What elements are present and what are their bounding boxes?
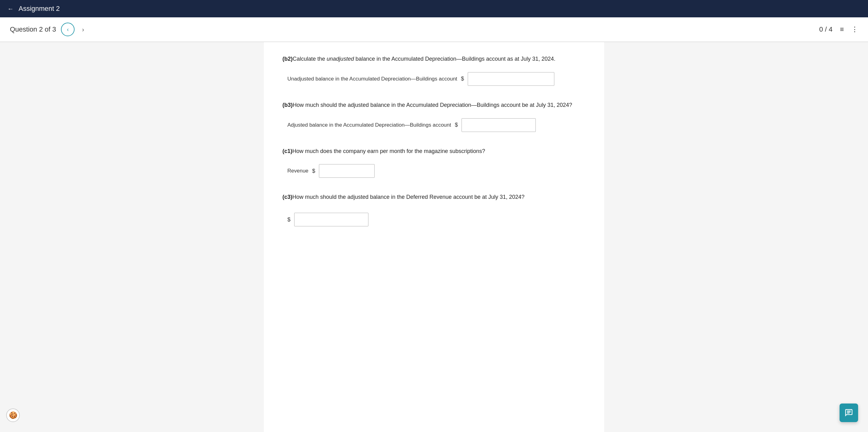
question-b3-text: (b3)How much should the adjusted balance… — [282, 100, 586, 110]
b3-label: (b3) — [282, 102, 292, 108]
c3-answer-row: $ — [282, 210, 586, 226]
b3-answer-row: Adjusted balance in the Accumulated Depr… — [282, 118, 586, 132]
section-c3: (c3)How much should the adjusted balance… — [282, 193, 586, 226]
next-question-button[interactable]: › — [80, 25, 87, 34]
question-nav-left: Question 2 of 3 ‹ › — [10, 23, 87, 36]
main-content: (b2)Calculate the unadjusted balance in … — [264, 42, 604, 432]
b2-answer-input[interactable] — [468, 72, 554, 86]
list-icon[interactable]: ≡ — [840, 25, 844, 33]
c1-dollar-sign: $ — [312, 168, 315, 174]
cookie-button[interactable]: 🍪 — [6, 408, 20, 422]
question-nav-right: 0 / 4 ≡ ⋮ — [819, 25, 858, 33]
c3-dollar-sign: $ — [287, 217, 290, 223]
c1-answer-row: Revenue $ — [282, 164, 586, 178]
score-display: 0 / 4 — [819, 25, 832, 33]
c3-label: (c3) — [282, 194, 292, 200]
section-b3: (b3)How much should the adjusted balance… — [282, 100, 586, 132]
top-navigation: ← Assignment 2 — [0, 0, 868, 17]
section-b2: (b2)Calculate the unadjusted balance in … — [282, 55, 586, 86]
b2-label: (b2) — [282, 56, 292, 62]
b3-answer-label: Adjusted balance in the Accumulated Depr… — [287, 122, 451, 128]
chat-icon — [844, 408, 853, 417]
question-label: Question 2 of 3 — [10, 25, 56, 33]
c3-text: How much should the adjusted balance in … — [292, 194, 525, 200]
b3-answer-input[interactable] — [462, 118, 536, 132]
more-options-icon[interactable]: ⋮ — [851, 25, 858, 33]
b2-text-before: Calculate the — [292, 56, 327, 62]
cookie-icon: 🍪 — [9, 411, 17, 419]
question-c3-text: (c3)How much should the adjusted balance… — [282, 193, 586, 202]
back-button[interactable]: ← — [7, 5, 13, 12]
question-b2-text: (b2)Calculate the unadjusted balance in … — [282, 55, 586, 63]
chat-button[interactable] — [840, 404, 858, 422]
b2-text-after: balance in the Accumulated Depreciation—… — [354, 56, 555, 62]
c1-answer-label: Revenue — [287, 168, 308, 174]
b3-dollar-sign: $ — [455, 122, 458, 128]
b2-italic-text: unadjusted — [327, 56, 354, 62]
question-header: Question 2 of 3 ‹ › 0 / 4 ≡ ⋮ — [0, 17, 868, 42]
c1-label: (c1) — [282, 148, 292, 154]
question-c1-text: (c1)How much does the company earn per m… — [282, 147, 586, 156]
section-c1: (c1)How much does the company earn per m… — [282, 147, 586, 178]
c1-text: How much does the company earn per month… — [292, 148, 485, 154]
c3-answer-input[interactable] — [294, 213, 368, 226]
b2-dollar-sign: $ — [461, 76, 464, 82]
b2-answer-label: Unadjusted balance in the Accumulated De… — [287, 76, 457, 82]
c1-answer-input[interactable] — [319, 164, 375, 178]
b3-text: How much should the adjusted balance in … — [292, 102, 572, 108]
b2-answer-row: Unadjusted balance in the Accumulated De… — [282, 72, 586, 86]
assignment-title: Assignment 2 — [19, 5, 60, 13]
prev-question-button[interactable]: ‹ — [61, 23, 74, 36]
